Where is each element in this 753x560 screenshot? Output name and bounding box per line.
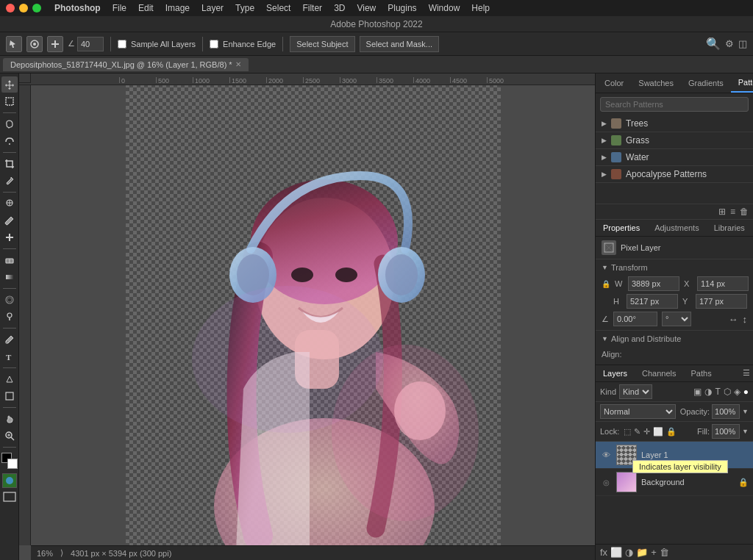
filter-shape-icon[interactable]: ⬡ <box>724 387 731 397</box>
add-layer-icon[interactable]: + <box>651 547 657 558</box>
menu-layer[interactable]: Layer <box>196 1 229 15</box>
menu-view[interactable]: View <box>351 1 382 15</box>
move-tool[interactable] <box>1 76 18 93</box>
fx-icon[interactable]: fx <box>600 547 607 558</box>
settings-icon[interactable]: ⚙ <box>725 38 734 49</box>
color-swatches[interactable] <box>1 453 18 469</box>
lock-all-icon[interactable]: 🔒 <box>666 427 677 437</box>
angle-input[interactable] <box>77 37 104 51</box>
add-mask-icon[interactable]: ⬜ <box>610 547 622 558</box>
patterns-delete-icon[interactable]: 🗑 <box>740 207 749 217</box>
crop-tool[interactable] <box>1 156 18 172</box>
enhance-edge-checkbox[interactable] <box>210 40 218 49</box>
brush-tool[interactable] <box>1 212 18 229</box>
opacity-input[interactable] <box>712 404 740 419</box>
filter-adjustment-icon[interactable]: ◑ <box>704 387 712 397</box>
libraries-tab[interactable]: Libraries <box>707 220 752 236</box>
tab-patterns[interactable]: Patterns <box>731 73 753 93</box>
angle-select[interactable]: ° <box>662 312 691 326</box>
lock-transparent-icon[interactable]: ⬚ <box>624 427 631 437</box>
angle-transform-input[interactable] <box>613 312 657 326</box>
properties-tab[interactable]: Properties <box>596 220 647 236</box>
background-visibility-icon[interactable]: ◎ <box>600 476 612 488</box>
quick-mask[interactable] <box>2 473 17 488</box>
pattern-group-grass-header[interactable]: ▶ Grass <box>596 132 753 148</box>
healing-tool[interactable] <box>1 195 18 212</box>
patterns-grid-icon[interactable]: ⊞ <box>718 207 726 217</box>
opacity-chevron-icon[interactable]: ▼ <box>742 408 749 415</box>
w-input[interactable] <box>628 276 679 291</box>
transform-lock-icon[interactable]: 🔒 <box>602 280 610 288</box>
paths-tab[interactable]: Paths <box>684 365 719 381</box>
pattern-group-apocalypse-header[interactable]: ▶ Apocalypse Patterns <box>596 166 753 182</box>
hand-tool[interactable] <box>1 411 18 427</box>
fill-input[interactable] <box>712 424 740 439</box>
pen-tool[interactable] <box>1 331 18 348</box>
filter-pixel-icon[interactable]: ▣ <box>693 387 702 397</box>
delete-layer-icon[interactable]: 🗑 <box>660 547 669 558</box>
shape-tool[interactable] <box>1 388 18 404</box>
tool-icon-1[interactable] <box>6 36 22 52</box>
canvas-viewport[interactable] <box>31 85 595 545</box>
select-subject-button[interactable]: Select Subject <box>290 36 354 52</box>
screen-mode[interactable] <box>3 492 16 503</box>
app-name[interactable]: Photoshop <box>49 1 107 15</box>
filter-type-icon[interactable]: T <box>715 387 720 397</box>
add-group-icon[interactable]: 📁 <box>636 547 648 558</box>
sample-all-checkbox[interactable] <box>118 40 126 49</box>
filter-toggle[interactable]: ● <box>743 387 749 397</box>
tab-gradients[interactable]: Gradients <box>681 74 731 92</box>
tool-icon-2[interactable] <box>26 36 43 52</box>
file-tab-close[interactable]: ✕ <box>235 60 241 68</box>
search-icon[interactable]: 🔍 <box>706 37 721 51</box>
filter-smart-icon[interactable]: ◈ <box>734 387 740 397</box>
y-input[interactable] <box>696 294 747 309</box>
menu-file[interactable]: File <box>107 1 132 15</box>
flip-h-icon[interactable]: ↔ <box>729 314 738 325</box>
dodge-tool[interactable] <box>1 309 18 325</box>
flip-v-icon[interactable]: ↕ <box>743 314 748 325</box>
gradient-tool[interactable] <box>1 269 18 285</box>
menu-3d[interactable]: 3D <box>328 1 351 15</box>
minimize-button[interactable] <box>19 4 28 12</box>
layer1-visibility-icon[interactable]: 👁 <box>600 449 612 461</box>
tab-color[interactable]: Color <box>597 74 631 92</box>
fill-chevron-icon[interactable]: ▼ <box>742 428 749 435</box>
path-selection-tool[interactable] <box>1 371 18 387</box>
pattern-group-trees-header[interactable]: ▶ Trees <box>596 115 753 132</box>
patterns-list-icon[interactable]: ≡ <box>730 207 735 217</box>
maximize-button[interactable] <box>32 4 41 12</box>
menu-plugins[interactable]: Plugins <box>382 1 422 15</box>
menu-image[interactable]: Image <box>160 1 196 15</box>
lock-image-icon[interactable]: ✎ <box>634 427 640 437</box>
layer-item-background[interactable]: ◎ Background 🔒 Indicates layer visibilit… <box>596 469 753 496</box>
zoom-tool[interactable] <box>1 428 18 444</box>
lock-artboard-icon[interactable]: ⬜ <box>653 427 663 437</box>
blend-mode-select[interactable]: Normal <box>600 404 676 419</box>
lock-position-icon[interactable]: ✛ <box>643 427 650 437</box>
menu-window[interactable]: Window <box>423 1 466 15</box>
menu-help[interactable]: Help <box>465 1 496 15</box>
eraser-tool[interactable] <box>1 252 18 268</box>
adjustments-tab[interactable]: Adjustments <box>647 220 707 236</box>
lasso-tool[interactable] <box>1 116 18 132</box>
type-tool[interactable]: T <box>1 348 18 365</box>
layers-kind-select[interactable]: Kind <box>619 384 652 399</box>
tab-swatches[interactable]: Swatches <box>631 74 681 92</box>
x-input[interactable] <box>697 276 749 291</box>
background-color[interactable] <box>7 459 18 469</box>
channels-tab[interactable]: Channels <box>635 365 683 381</box>
menu-edit[interactable]: Edit <box>132 1 160 15</box>
quick-select-tool[interactable] <box>1 133 18 149</box>
eyedropper-tool[interactable] <box>1 173 18 189</box>
blur-tool[interactable] <box>1 292 18 308</box>
layers-menu-icon[interactable]: ☰ <box>743 368 750 378</box>
add-adjustment-icon[interactable]: ◑ <box>625 547 633 558</box>
pattern-group-water-header[interactable]: ▶ Water <box>596 149 753 165</box>
clone-stamp-tool[interactable] <box>1 229 18 245</box>
patterns-search-input[interactable] <box>600 97 749 112</box>
tool-icon-3[interactable] <box>47 36 63 52</box>
menu-type[interactable]: Type <box>229 1 260 15</box>
menu-select[interactable]: Select <box>260 1 296 15</box>
h-input[interactable] <box>627 294 678 309</box>
